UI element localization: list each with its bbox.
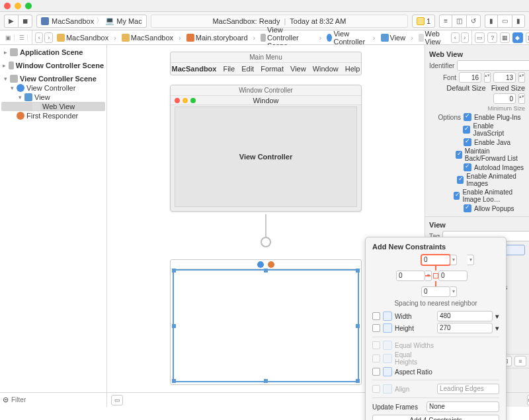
crumb-4[interactable]: View Controller: [333, 30, 367, 46]
resize-handle[interactable]: [264, 379, 268, 383]
warning-icon: [417, 17, 425, 25]
minimize-icon[interactable]: [15, 3, 21, 9]
resize-handle[interactable]: [264, 269, 268, 273]
aspect-checkbox[interactable]: [372, 368, 380, 376]
menu-file[interactable]: File: [223, 65, 235, 73]
outline-app-scene[interactable]: Application Scene: [20, 48, 83, 56]
zoom-icon[interactable]: [25, 3, 32, 9]
help-inspector-tab[interactable]: ?: [487, 32, 497, 43]
checkbox-js[interactable]: [463, 126, 471, 134]
forward-button[interactable]: ›: [44, 32, 52, 43]
bottom-spacing-menu[interactable]: ▾: [450, 286, 457, 297]
webview-icon: [419, 34, 424, 42]
stepper-icon[interactable]: ▴▾: [518, 93, 525, 104]
related-prev-button[interactable]: ‹: [451, 32, 459, 43]
min-size-field[interactable]: [493, 93, 516, 104]
left-panel-button[interactable]: ▮: [485, 15, 497, 28]
attributes-inspector-tab[interactable]: ◆: [512, 32, 522, 43]
menu-app[interactable]: MacSandbox: [172, 65, 217, 73]
checkbox-backforward[interactable]: [456, 151, 462, 159]
checkbox-java[interactable]: [464, 138, 471, 146]
assistant-editor-button[interactable]: ◫: [452, 15, 466, 28]
outline-tree[interactable]: ▸Application Scene ▸Window Controller Sc…: [0, 45, 106, 392]
right-spacing-field[interactable]: 0: [438, 271, 468, 281]
update-frames-select[interactable]: None: [427, 401, 499, 412]
segue-icon[interactable]: [261, 237, 271, 247]
outline-webview[interactable]: Web View: [42, 103, 75, 110]
align-select: Leading Edges: [437, 384, 499, 394]
vc-icon[interactable]: [257, 261, 264, 268]
bottom-panel-button[interactable]: ▭: [497, 15, 512, 28]
stop-button[interactable]: ◼: [18, 15, 32, 28]
left-spacing-field[interactable]: 0: [396, 271, 425, 281]
resize-handle[interactable]: [356, 379, 360, 383]
canvas-window-controller[interactable]: Window Controller Window View Controller: [170, 85, 362, 212]
back-button[interactable]: ‹: [35, 32, 43, 43]
scheme-selector[interactable]: MacSandbox 〉 💻 My Mac: [36, 15, 147, 28]
width-menu[interactable]: ▾: [495, 312, 499, 321]
related-next-button[interactable]: ›: [461, 32, 469, 43]
file-inspector-tab[interactable]: ▭: [475, 32, 485, 43]
height-checkbox[interactable]: [372, 324, 380, 332]
outline-toggle-button[interactable]: ▭: [111, 395, 123, 405]
checkbox-animloop[interactable]: [454, 192, 460, 200]
checkbox-plugins[interactable]: [464, 113, 471, 121]
resize-handle[interactable]: [172, 379, 176, 383]
lib-list-button[interactable]: ≡: [514, 356, 526, 366]
issues-button[interactable]: 1: [412, 15, 435, 28]
identity-inspector-tab[interactable]: ▦: [500, 32, 510, 43]
nav-tab-project[interactable]: ▣: [3, 34, 15, 41]
menu-view[interactable]: View: [290, 65, 306, 73]
width-checkbox[interactable]: [372, 312, 380, 320]
menu-format[interactable]: Format: [261, 65, 284, 73]
right-spacing-menu[interactable]: ▾: [468, 255, 474, 265]
top-spacing-menu[interactable]: ▾: [450, 255, 457, 265]
scene-icon: [10, 48, 18, 56]
crumb-5[interactable]: View: [390, 34, 406, 42]
crumb-0[interactable]: MacSandbox: [66, 34, 108, 42]
filter-input[interactable]: [11, 396, 104, 403]
add-constraints-button[interactable]: Add 4 Constraints: [372, 415, 499, 420]
stepper-icon[interactable]: ▴▾: [484, 72, 491, 83]
resize-handle[interactable]: [172, 324, 176, 328]
resize-handle[interactable]: [356, 269, 360, 273]
menu-edit[interactable]: Edit: [241, 65, 254, 73]
canvas-main-menu[interactable]: Main Menu MacSandbox File Edit Format Vi…: [170, 52, 362, 75]
right-panel-button[interactable]: ▮: [512, 15, 525, 28]
size-inspector-tab[interactable]: ▤: [526, 32, 529, 43]
checkbox-popups[interactable]: [464, 204, 471, 212]
top-spacing-field[interactable]: 0: [421, 255, 450, 265]
crumb-6[interactable]: Web View: [425, 30, 446, 46]
height-field[interactable]: 270: [437, 323, 493, 333]
checkbox-anim[interactable]: [457, 176, 464, 184]
identifier-field[interactable]: [457, 60, 529, 71]
width-field[interactable]: 480: [437, 311, 493, 321]
menu-window[interactable]: Window: [313, 65, 339, 73]
outline-view[interactable]: View: [34, 93, 50, 101]
mac-icon: 💻: [105, 17, 114, 25]
nav-tab-source[interactable]: ☰: [16, 34, 28, 41]
standard-editor-button[interactable]: ≡: [439, 15, 452, 28]
checkbox-autoload[interactable]: [464, 163, 471, 171]
resize-handle[interactable]: [172, 269, 176, 273]
outline-window-scene[interactable]: Window Controller Scene: [16, 62, 104, 69]
canvas-view-controller[interactable]: [170, 259, 362, 385]
outline-view-controller[interactable]: View Controller: [26, 84, 75, 92]
close-icon[interactable]: [4, 3, 11, 9]
jump-bar[interactable]: ‹ › MacSandbox MacSandbox Main.storyboar…: [32, 30, 471, 45]
first-responder-dock-icon[interactable]: [268, 261, 274, 268]
run-button[interactable]: ▶: [4, 15, 18, 28]
crumb-1[interactable]: MacSandbox: [131, 34, 173, 42]
version-editor-button[interactable]: ↺: [466, 15, 481, 28]
selected-webview[interactable]: [173, 269, 359, 382]
font-default-size[interactable]: [459, 72, 481, 83]
outline-vc-scene[interactable]: View Controller Scene: [20, 75, 97, 83]
resize-handle[interactable]: [356, 324, 360, 328]
bottom-spacing-field[interactable]: 0: [421, 286, 450, 297]
height-menu[interactable]: ▾: [495, 324, 499, 333]
menu-help[interactable]: Help: [345, 65, 360, 73]
font-fixed-size[interactable]: [493, 72, 516, 83]
stepper-icon[interactable]: ▴▾: [518, 72, 525, 83]
crumb-2[interactable]: Main.storyboard: [196, 34, 248, 42]
outline-first-responder[interactable]: First Responder: [26, 112, 78, 120]
